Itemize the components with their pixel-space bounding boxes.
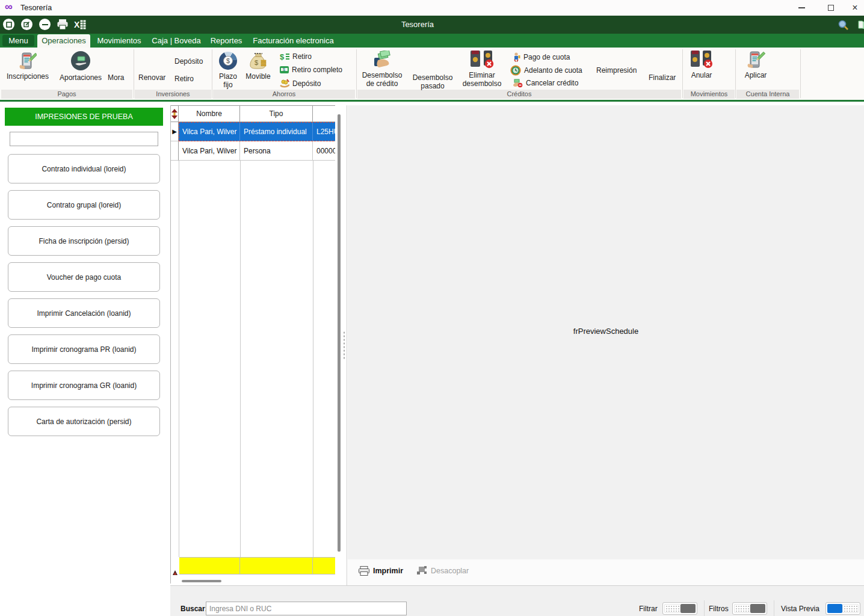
window-title: Tesorería: [20, 4, 52, 12]
deposito-icon: [280, 79, 289, 88]
maximize-button[interactable]: [822, 0, 840, 16]
filtrar-toggle[interactable]: [662, 602, 697, 615]
inversiones-deposito-button[interactable]: Depósito: [174, 57, 203, 66]
finalizar-button[interactable]: Finalizar: [649, 73, 676, 82]
grid-row[interactable]: Vilca Pari, Wilver Persona 000000: [171, 141, 335, 161]
pago-cuota-button[interactable]: Pago de cuota: [512, 52, 570, 62]
movible-button[interactable]: $ Movible: [241, 52, 276, 81]
sort-updown-icon: [171, 109, 177, 119]
grid-row-selected[interactable]: ▶ Vilca Pari, Wilver Préstamo individual…: [171, 122, 335, 141]
aplicar-icon: [746, 51, 765, 69]
imprimir-cronograma-gr-button[interactable]: Imprimir cronograma GR (loanid): [8, 371, 160, 400]
retiro-icon: $: [280, 52, 289, 61]
group-separator: [735, 49, 736, 98]
grid-header-nombre[interactable]: Nombre: [179, 105, 240, 122]
retiro-completo-button[interactable]: $ Retiro completo: [280, 66, 342, 74]
grid-column-line: [179, 161, 179, 557]
group-caption-cuenta-interna: Cuenta Interna: [736, 90, 799, 99]
ahorros-retiro-button[interactable]: $ Retiro: [280, 52, 312, 61]
qat-book-button[interactable]: [857, 18, 864, 31]
grid-column-line: [240, 161, 241, 557]
qat-print-button[interactable]: [56, 18, 69, 31]
tab-caja-boveda[interactable]: Caja | Boveda: [150, 34, 202, 47]
desembolso-pasado-button[interactable]: Desembolsopasado: [408, 51, 457, 90]
qat-square-button[interactable]: [3, 19, 14, 30]
carta-autorizacion-button[interactable]: Carta de autorización (persid): [8, 407, 160, 436]
panel-splitter[interactable]: [347, 105, 347, 596]
aportaciones-button[interactable]: Aportaciones: [53, 51, 108, 82]
buscar-label: Buscar:: [181, 605, 208, 613]
grid-new-row[interactable]: [179, 557, 335, 574]
ahorros-deposito-button[interactable]: Depósito: [280, 79, 321, 88]
group-separator: [800, 49, 801, 98]
adelanto-cuota-button[interactable]: Adelanto de cuota: [510, 65, 582, 76]
tab-reportes[interactable]: Reportes: [209, 34, 244, 47]
group-caption-inversiones: Inversiones: [135, 90, 211, 99]
retiro-completo-label: Retiro completo: [292, 66, 342, 74]
contrato-individual-button[interactable]: Contrato individual (loreid): [8, 154, 160, 183]
group-caption-creditos: Créditos: [357, 90, 681, 99]
ficha-inscripcion-button[interactable]: Ficha de inscripción (persid): [8, 226, 160, 256]
qat-minimize-button[interactable]: [39, 19, 51, 30]
imprimir-button[interactable]: Imprimir: [359, 566, 403, 576]
app-logo-icon: ∞: [5, 1, 13, 13]
impresiones-input[interactable]: [10, 132, 158, 146]
minus-icon: [42, 23, 48, 26]
results-grid: Nombre Tipo C ▶ Vilca Pari, Wilver Prést…: [170, 105, 335, 584]
tab-facturacion-electronica[interactable]: Facturación electronica: [250, 34, 337, 47]
eliminar-desembolso-label-2: desembolso: [463, 79, 502, 88]
cell-codigo: L25HU: [313, 122, 335, 141]
imprimir-cronograma-pr-button[interactable]: Imprimir cronograma PR (loanid): [8, 334, 160, 364]
inversiones-retiro-button[interactable]: Retiro: [174, 75, 194, 83]
anular-label: Anular: [691, 71, 712, 79]
desembolso-pasado-label-1: Desembolso: [413, 73, 453, 82]
aplicar-button[interactable]: Aplicar: [739, 51, 773, 79]
splitter-handle[interactable]: [343, 331, 345, 360]
qat-excel-export-button[interactable]: X: [73, 18, 87, 31]
minimize-button[interactable]: [792, 0, 810, 16]
desembolso-credito-button[interactable]: Desembolsode crédito: [359, 51, 406, 88]
anular-button[interactable]: Anular: [685, 49, 718, 79]
svg-text:$: $: [283, 67, 285, 72]
book-icon: [858, 20, 864, 30]
vista-previa-toggle[interactable]: [825, 602, 860, 615]
bottom-bar-separator: [704, 600, 705, 616]
grid-vertical-scrollbar[interactable]: [338, 114, 341, 552]
close-button[interactable]: ×: [846, 0, 864, 16]
retiro-completo-icon: $: [280, 66, 289, 74]
svg-text:$: $: [280, 52, 285, 61]
menu-tab-bar: Menu Operaciones Movimientos Caja | Bove…: [0, 34, 864, 48]
filtros-toggle[interactable]: [732, 602, 767, 615]
imprimir-cancelacion-button[interactable]: Imprimir Cancelación (loanid): [8, 298, 160, 328]
tab-operaciones[interactable]: Operaciones: [37, 34, 90, 48]
cancelar-credito-icon: [512, 78, 523, 88]
contrato-grupal-button[interactable]: Contrato grupal (loreid): [8, 190, 160, 220]
anular-icon: [690, 49, 714, 69]
vista-previa-label: Vista Previa: [781, 605, 819, 613]
inscripciones-button[interactable]: Inscripciones: [1, 52, 54, 81]
imprimir-label: Imprimir: [373, 567, 403, 575]
aportaciones-label: Aportaciones: [60, 73, 102, 82]
ahorros-deposito-label: Depósito: [292, 79, 321, 88]
tab-menu[interactable]: Menu: [2, 35, 34, 46]
grid-header-codigo[interactable]: C: [313, 105, 335, 122]
mora-button[interactable]: Mora: [108, 73, 124, 82]
eliminar-desembolso-button[interactable]: Eliminardesembolso: [455, 49, 508, 88]
ribbon: Pagos Inversiones Ahorros Créditos Movim…: [0, 48, 864, 100]
grid-header-tipo[interactable]: Tipo: [240, 105, 313, 122]
reimpresion-button[interactable]: Reimpresión: [596, 66, 637, 75]
tab-movimientos[interactable]: Movimientos: [94, 34, 144, 47]
search-dni-input[interactable]: [206, 602, 407, 615]
qat-edit-button[interactable]: [21, 19, 32, 30]
plazo-fijo-button[interactable]: Plazofijo: [214, 52, 242, 89]
grid-horizontal-scrollbar[interactable]: [182, 580, 221, 582]
renovar-button[interactable]: Renovar: [138, 73, 165, 82]
printer-icon: [57, 19, 69, 31]
desacoplar-button[interactable]: Desacoplar: [417, 566, 469, 575]
grid-sort-cell[interactable]: [171, 105, 179, 122]
voucher-pago-cuota-button[interactable]: Voucher de pago cuota: [8, 262, 160, 292]
quick-access-toolbar: X Tesorería: [0, 16, 864, 34]
search-button[interactable]: [836, 18, 850, 31]
cancelar-credito-label: Cancelar crédito: [526, 79, 578, 87]
cancelar-credito-button[interactable]: Cancelar crédito: [512, 78, 578, 88]
